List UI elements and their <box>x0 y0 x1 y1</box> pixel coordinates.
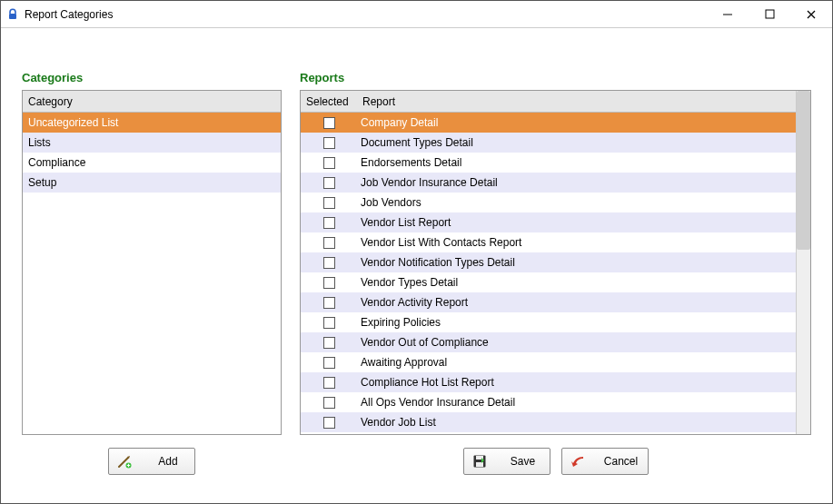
report-name: All Ops Vendor Insurance Detail <box>357 396 796 409</box>
titlebar: Report Categories <box>1 1 832 28</box>
report-name: Document Types Detail <box>357 136 796 149</box>
save-button[interactable]: Save <box>463 448 550 475</box>
report-checkbox[interactable] <box>323 277 335 289</box>
report-row[interactable]: Vendor Out of Compliance <box>301 332 796 352</box>
report-selected-cell <box>301 297 357 309</box>
report-row[interactable]: Vendor Activity Report <box>301 292 796 312</box>
svg-rect-8 <box>476 462 483 467</box>
report-name: Compliance Hot List Report <box>357 376 796 389</box>
report-checkbox[interactable] <box>323 377 335 389</box>
report-selected-cell <box>301 137 357 149</box>
category-row[interactable]: Compliance <box>23 153 281 173</box>
report-checkbox[interactable] <box>323 137 335 149</box>
report-selected-cell <box>301 117 357 129</box>
report-row[interactable]: Endorsements Detail <box>301 153 796 173</box>
report-selected-cell <box>301 217 357 229</box>
category-name: Setup <box>23 176 281 189</box>
report-selected-cell <box>301 317 357 329</box>
report-checkbox[interactable] <box>323 177 335 189</box>
report-selected-cell <box>301 257 357 269</box>
categories-rows: Uncategorized ListListsComplianceSetup <box>23 113 281 434</box>
report-selected-cell <box>301 197 357 209</box>
report-row[interactable]: Job Vendors <box>301 193 796 212</box>
report-name: Vendor Notification Types Detail <box>357 256 796 269</box>
cancel-icon <box>570 454 586 469</box>
close-button[interactable] <box>790 1 832 27</box>
categories-header: Category <box>23 91 281 113</box>
report-row[interactable]: Expiring Policies <box>301 312 796 332</box>
report-row[interactable]: Vendor Types Detail <box>301 272 796 292</box>
report-name: Vendor Types Detail <box>357 276 796 289</box>
report-row[interactable]: Document Types Detail <box>301 133 796 153</box>
svg-rect-0 <box>9 14 16 19</box>
report-selected-cell <box>301 177 357 189</box>
report-selected-cell <box>301 377 357 389</box>
cancel-button-label: Cancel <box>602 455 640 468</box>
report-row[interactable]: Job Vendor Insurance Detail <box>301 173 796 193</box>
report-checkbox[interactable] <box>323 117 335 129</box>
report-selected-cell <box>301 357 357 369</box>
report-row[interactable]: All Ops Vendor Insurance Detail <box>301 392 796 412</box>
reports-rows: Company DetailDocument Types DetailEndor… <box>301 113 796 434</box>
report-row[interactable]: Vendor Notification Types Detail <box>301 252 796 272</box>
report-row[interactable]: Vendor List With Contacts Report <box>301 232 796 252</box>
report-name: Vendor List Report <box>357 216 796 229</box>
report-selected-cell <box>301 277 357 289</box>
add-button-label: Add <box>149 455 187 468</box>
reports-scrollbar-thumb[interactable] <box>797 91 810 250</box>
report-selected-cell <box>301 397 357 409</box>
category-row[interactable]: Lists <box>23 133 281 153</box>
report-name: Vendor Out of Compliance <box>357 336 796 349</box>
report-checkbox[interactable] <box>323 197 335 209</box>
report-checkbox[interactable] <box>323 417 335 429</box>
add-icon <box>116 454 133 469</box>
report-checkbox[interactable] <box>323 257 335 269</box>
report-checkbox[interactable] <box>323 297 335 309</box>
report-row[interactable]: Company Detail <box>301 113 796 133</box>
report-row[interactable]: Vendor Job List <box>301 412 796 432</box>
report-name: Awaiting Approval <box>357 356 796 369</box>
category-name: Lists <box>23 136 281 149</box>
report-selected-cell <box>301 157 357 169</box>
window-title: Report Categories <box>25 8 113 21</box>
report-row[interactable]: Vendor List Report <box>301 212 796 232</box>
reports-scrollbar[interactable] <box>796 91 810 434</box>
report-checkbox[interactable] <box>323 397 335 409</box>
report-name: Vendor List With Contacts Report <box>357 236 796 249</box>
reports-grid: Selected Report Company DetailDocument T… <box>300 90 811 435</box>
category-name: Uncategorized List <box>23 116 281 129</box>
report-header-label: Report <box>357 95 810 108</box>
report-name: Endorsements Detail <box>357 156 796 169</box>
report-selected-cell <box>301 337 357 349</box>
add-button[interactable]: Add <box>108 448 195 475</box>
report-row[interactable]: Awaiting Approval <box>301 352 796 372</box>
save-icon <box>471 454 488 469</box>
report-checkbox[interactable] <box>323 337 335 349</box>
report-selected-cell <box>301 237 357 249</box>
report-checkbox[interactable] <box>323 217 335 229</box>
category-row[interactable]: Uncategorized List <box>23 113 281 133</box>
report-name: Company Detail <box>357 116 796 129</box>
category-header-label: Category <box>23 95 73 108</box>
window: Report Categories Categories Category <box>0 0 833 504</box>
reports-title: Reports <box>300 71 811 84</box>
categories-title: Categories <box>22 71 282 84</box>
selected-header-label: Selected <box>301 95 357 108</box>
report-name: Vendor Job List <box>357 416 796 429</box>
report-name: Job Vendor Insurance Detail <box>357 176 796 189</box>
cancel-button[interactable]: Cancel <box>561 448 649 475</box>
report-name: Job Vendors <box>357 196 796 209</box>
report-checkbox[interactable] <box>323 157 335 169</box>
save-button-label: Save <box>504 455 542 468</box>
minimize-button[interactable] <box>707 1 749 27</box>
category-name: Compliance <box>23 156 281 169</box>
window-controls <box>707 1 832 27</box>
report-checkbox[interactable] <box>323 237 335 249</box>
report-checkbox[interactable] <box>323 317 335 329</box>
report-name: Vendor Activity Report <box>357 296 796 309</box>
report-row[interactable]: Compliance Hot List Report <box>301 372 796 392</box>
report-checkbox[interactable] <box>323 357 335 369</box>
categories-grid: Category Uncategorized ListListsComplian… <box>22 90 282 435</box>
maximize-button[interactable] <box>749 1 790 27</box>
category-row[interactable]: Setup <box>23 173 281 193</box>
